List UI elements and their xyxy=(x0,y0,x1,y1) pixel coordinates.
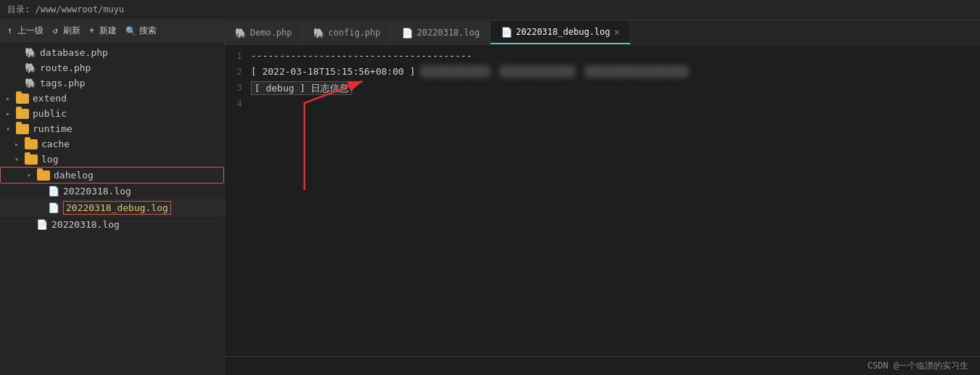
tree-item-20220318-log-1[interactable]: 📄 20220318.log xyxy=(0,184,224,199)
editor-line-1: 1 --------------------------------------… xyxy=(225,49,980,65)
file-label: 20220318.log xyxy=(51,219,120,230)
php-icon: 🐘 xyxy=(25,78,36,88)
php-icon: 🐘 xyxy=(25,62,36,73)
editor-wrapper: 1 --------------------------------------… xyxy=(225,45,980,375)
chevron-open-icon xyxy=(6,125,16,133)
line-number: 1 xyxy=(225,50,251,61)
folder-label: dahelog xyxy=(54,170,94,181)
log-file-icon: 📄 xyxy=(48,202,59,213)
sidebar-tree: 🐘 database.php 🐘 route.php 🐘 tags.php ex… xyxy=(0,42,224,375)
editor-area[interactable]: 1 --------------------------------------… xyxy=(225,45,980,356)
log-file-icon: 📄 xyxy=(48,186,59,197)
up-level-button[interactable]: ↑ 上一级 xyxy=(7,25,43,37)
line-number: 2 xyxy=(225,66,251,77)
editor-line-4: 4 xyxy=(225,97,980,113)
file-label: route.php xyxy=(40,62,91,73)
tree-item-dahelog[interactable]: dahelog xyxy=(0,167,224,184)
tab-config-php[interactable]: 🐘 config.php xyxy=(303,21,391,44)
up-level-label: ↑ 上一级 xyxy=(7,25,43,37)
tab-label: config.php xyxy=(328,28,381,38)
log-tab-icon: 📄 xyxy=(501,27,512,38)
chevron-closed-icon xyxy=(14,140,25,148)
tree-item-database-php[interactable]: 🐘 database.php xyxy=(0,45,224,60)
main-layout: ↑ 上一级 ↺ 刷新 + 新建 🔍 搜索 🐘 database.php xyxy=(0,20,980,375)
search-button[interactable]: 🔍 搜索 xyxy=(125,25,157,37)
line-number: 4 xyxy=(225,98,251,109)
right-panel: 🐘 Demo.php 🐘 config.php 📄 20220318.log 📄… xyxy=(225,20,980,375)
folder-label: extend xyxy=(33,93,67,104)
tab-close-button[interactable]: × xyxy=(614,26,620,38)
tree-item-log[interactable]: log xyxy=(0,152,224,167)
tab-20220318-debug-log[interactable]: 📄 20220318_debug.log × xyxy=(491,21,631,44)
search-label: 搜索 xyxy=(139,25,157,37)
sidebar: ↑ 上一级 ↺ 刷新 + 新建 🔍 搜索 🐘 database.php xyxy=(0,20,225,375)
php-icon: 🐘 xyxy=(25,47,36,58)
tree-item-20220318-debug-log[interactable]: 📄 20220318_debug.log xyxy=(0,199,224,217)
chevron-closed-icon xyxy=(6,110,16,118)
editor-line-2: 2 [ 2022-03-18T15:15:56+08:00 ] ████████… xyxy=(225,65,980,81)
log-file-icon: 📄 xyxy=(36,219,48,230)
tab-label: 20220318_debug.log xyxy=(516,27,610,37)
line-content: --------------------------------------- xyxy=(251,50,472,61)
refresh-label: ↺ 刷新 xyxy=(52,25,80,37)
folder-icon xyxy=(16,109,29,119)
refresh-button[interactable]: ↺ 刷新 xyxy=(52,25,80,37)
folder-icon xyxy=(16,124,29,134)
tab-20220318-log[interactable]: 📄 20220318.log xyxy=(391,21,491,44)
folder-icon xyxy=(37,170,50,181)
tab-label: Demo.php xyxy=(250,28,292,38)
tree-item-20220318-log-2[interactable]: 📄 20220318.log xyxy=(0,217,224,232)
line-content: [ 2022-03-18T15:15:56+08:00 ] ██████████… xyxy=(251,66,688,77)
tab-label: 20220318.log xyxy=(417,28,480,38)
line-content: [ debug ] 日志信息 xyxy=(251,82,352,95)
chevron-closed-icon xyxy=(6,94,16,102)
log-tab-icon: 📄 xyxy=(402,28,413,38)
chevron-open-icon xyxy=(27,171,37,179)
breadcrumb-text: 目录: /www/wwwroot/muyu xyxy=(7,4,124,16)
line-number: 3 xyxy=(225,82,251,93)
sidebar-toolbar: ↑ 上一级 ↺ 刷新 + 新建 🔍 搜索 xyxy=(0,20,224,42)
chevron-open-icon xyxy=(14,155,25,163)
folder-label: cache xyxy=(41,139,70,149)
tree-item-tags-php[interactable]: 🐘 tags.php xyxy=(0,75,224,91)
tabs-bar: 🐘 Demo.php 🐘 config.php 📄 20220318.log 📄… xyxy=(225,20,980,45)
watermark-text: CSDN @一个临漂的实习生 xyxy=(868,360,968,372)
editor-line-3: 3 [ debug ] 日志信息 xyxy=(225,81,980,97)
tree-item-cache[interactable]: cache xyxy=(0,136,224,152)
new-button[interactable]: + 新建 xyxy=(89,25,117,37)
file-label: 20220318.log xyxy=(63,186,131,197)
php-tab-icon: 🐘 xyxy=(235,28,246,38)
folder-label: log xyxy=(41,154,58,165)
tree-item-extend[interactable]: extend xyxy=(0,91,224,106)
tree-item-runtime[interactable]: runtime xyxy=(0,121,224,136)
active-file-label: 20220318_debug.log xyxy=(63,201,171,215)
footer-bar: CSDN @一个临漂的实习生 xyxy=(225,356,980,375)
folder-label: public xyxy=(33,108,67,119)
folder-icon xyxy=(25,154,38,165)
new-label: + 新建 xyxy=(89,25,117,37)
file-label: database.php xyxy=(40,47,108,58)
tree-item-public[interactable]: public xyxy=(0,106,224,121)
breadcrumb-bar: 目录: /www/wwwroot/muyu xyxy=(0,0,980,20)
folder-icon xyxy=(16,94,29,104)
php-tab-icon: 🐘 xyxy=(313,28,325,38)
tab-demo-php[interactable]: 🐘 Demo.php xyxy=(225,21,303,44)
tree-item-route-php[interactable]: 🐘 route.php xyxy=(0,60,224,75)
folder-label: runtime xyxy=(33,123,72,134)
file-label: tags.php xyxy=(40,78,86,88)
search-icon: 🔍 xyxy=(125,26,136,36)
folder-icon xyxy=(25,139,38,149)
